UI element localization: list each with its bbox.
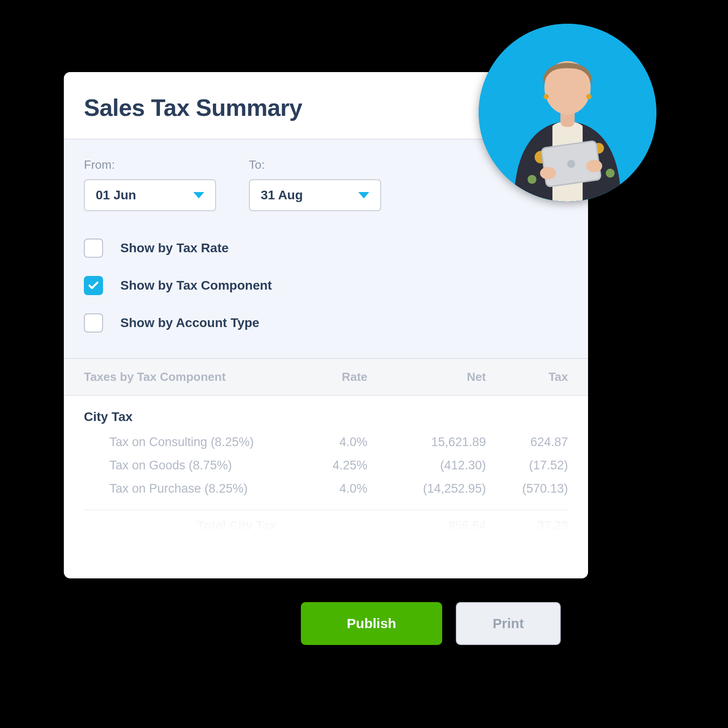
checkbox-show-by-account-type[interactable] [84,313,103,333]
table-row: Tax on Consulting (8.25%) 4.0% 15,621.89… [64,431,588,454]
col-header-rate: Rate [285,370,367,384]
cell-rate: 4.0% [285,435,367,449]
to-label: To: [249,158,381,172]
col-header-tax: Tax [486,370,568,384]
total-label: Total City Tax [84,519,285,533]
cell-net: (14,252.95) [367,482,486,496]
col-header-name: Taxes by Tax Component [84,370,285,384]
cell-name: Tax on Goods (8.75%) [84,458,285,473]
cell-net: (412.30) [367,458,486,473]
from-label: From: [84,158,216,172]
checkbox-label: Show by Account Type [120,316,259,330]
from-date-value: 01 Jun [96,188,136,203]
group-title: City Tax [64,396,588,431]
caret-down-icon [193,192,204,198]
svg-point-5 [606,169,615,178]
cell-tax: (17.52) [486,458,568,473]
svg-point-12 [540,167,556,179]
table-row: Tax on Goods (8.75%) 4.25% (412.30) (17.… [64,454,588,477]
tax-table: Taxes by Tax Component Rate Net Tax City… [64,359,588,533]
total-row: Total City Tax 956.64 37.23 [64,510,588,533]
cell-name: Tax on Purchase (8.25%) [84,482,285,496]
from-date-select[interactable]: 01 Jun [84,179,216,211]
action-bar: Publish Print [301,602,561,645]
caret-down-icon [358,192,369,198]
publish-button[interactable]: Publish [301,602,442,645]
print-button[interactable]: Print [456,602,561,645]
checkbox-label: Show by Tax Rate [120,241,229,255]
svg-point-9 [586,94,592,99]
cell-net: 15,621.89 [367,435,486,449]
to-date-value: 31 Aug [261,188,303,203]
col-header-net: Net [367,370,486,384]
cell-name: Tax on Consulting (8.25%) [84,435,285,449]
checkbox-show-by-tax-component[interactable] [84,276,103,295]
avatar [479,24,656,202]
svg-point-4 [527,175,537,184]
person-with-tablet-icon [479,24,656,202]
to-date-select[interactable]: 31 Aug [249,179,381,211]
total-net: 956.64 [367,519,486,533]
checkbox-label: Show by Tax Component [120,278,272,293]
cell-tax: 624.87 [486,435,568,449]
cell-rate: 4.25% [285,458,367,473]
cell-rate: 4.0% [285,482,367,496]
svg-point-8 [543,94,549,99]
cell-tax: (570.13) [486,482,568,496]
svg-point-13 [586,160,602,172]
total-tax: 37.23 [486,519,568,533]
table-header-row: Taxes by Tax Component Rate Net Tax [64,359,588,396]
table-row: Tax on Purchase (8.25%) 4.0% (14,252.95)… [64,477,588,500]
checkbox-show-by-tax-rate[interactable] [84,239,103,258]
